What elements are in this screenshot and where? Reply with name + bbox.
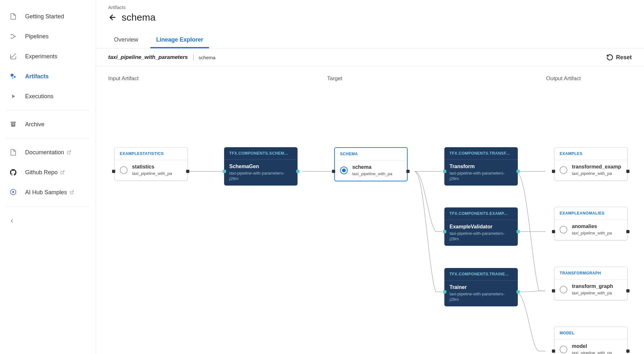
port xyxy=(296,170,299,173)
nav-documentation[interactable]: Documentation xyxy=(0,142,96,162)
node-subtitle: taxi-pipeline-with-parameters-j29rn xyxy=(450,292,513,302)
nav-executions[interactable]: Executions xyxy=(0,86,96,106)
aihub-icon xyxy=(9,188,17,196)
tab-lineage-explorer[interactable]: Lineage Explorer xyxy=(150,31,209,48)
port xyxy=(516,290,520,293)
node-title: transform_graph xyxy=(572,283,613,289)
nav-github[interactable]: Github Repo xyxy=(0,162,96,182)
radio-icon[interactable] xyxy=(560,286,567,293)
port xyxy=(626,170,630,173)
port xyxy=(552,230,555,233)
node-output-examples[interactable]: EXAMPLES transformed_examp taxi_pipeline… xyxy=(554,147,628,181)
node-subtitle: taxi_pipeline_with_pa xyxy=(572,231,612,236)
svg-point-3 xyxy=(11,74,14,77)
collapse-sidebar-button[interactable] xyxy=(0,214,96,229)
column-header-output: Output Artifact xyxy=(546,75,632,82)
github-icon xyxy=(9,168,17,177)
back-button[interactable] xyxy=(108,13,117,22)
radio-icon[interactable] xyxy=(560,226,567,234)
divider xyxy=(6,206,89,206)
nav-label: Artifacts xyxy=(25,73,49,80)
nav-label: Archive xyxy=(25,121,44,128)
node-type: EXAMPLES xyxy=(554,148,627,160)
node-title: transformed_examp xyxy=(572,164,621,170)
external-link-icon xyxy=(67,150,71,155)
node-type: TFX.COMPONENTS.SCHEM... xyxy=(224,147,298,160)
node-output-model[interactable]: MODEL model taxi_pipeline_with_pa xyxy=(554,327,628,354)
node-title: Transform xyxy=(450,164,513,169)
node-subtitle: taxi_pipeline_with_pa xyxy=(352,171,392,177)
nav-archive[interactable]: Archive xyxy=(0,114,96,134)
column-header-input: Input Artifact xyxy=(108,75,327,82)
port xyxy=(112,170,115,173)
tab-overview[interactable]: Overview xyxy=(108,31,144,48)
radio-icon[interactable] xyxy=(340,167,348,174)
node-output-transformgraph[interactable]: TRANSFORMGRAPH transform_graph taxi_pipe… xyxy=(554,267,628,300)
nav-label: Github Repo xyxy=(25,169,58,176)
svg-point-1 xyxy=(11,38,12,39)
document-icon xyxy=(9,148,17,157)
radio-icon[interactable] xyxy=(120,166,128,174)
nav-pipelines[interactable]: Pipelines xyxy=(0,26,96,46)
radio-icon[interactable] xyxy=(560,346,567,353)
node-type: TRANSFORMGRAPH xyxy=(554,267,627,280)
svg-point-4 xyxy=(14,76,16,78)
node-trainer[interactable]: TFX.COMPONENTS.TRAINE... Trainer taxi-pi… xyxy=(444,268,518,306)
page-title: schema xyxy=(122,12,156,23)
node-title: SchemaGen xyxy=(229,164,292,169)
node-type: SCHEMA xyxy=(335,148,407,160)
divider xyxy=(6,138,89,139)
node-title: model xyxy=(572,343,612,349)
nav-aihub[interactable]: AI Hub Samples xyxy=(0,182,96,202)
port xyxy=(443,290,446,293)
port xyxy=(626,289,630,292)
node-target-schema[interactable]: SCHEMA schema taxi_pipeline_with_pa xyxy=(334,147,408,181)
nav-label: Getting Started xyxy=(25,13,64,20)
nav-label: Documentation xyxy=(25,149,64,156)
external-link-icon xyxy=(60,170,65,175)
nav-label: AI Hub Samples xyxy=(25,189,67,196)
page-header: Artifacts schema xyxy=(96,0,644,26)
port xyxy=(223,170,226,173)
node-title: anomalies xyxy=(572,224,612,229)
node-title: statistics xyxy=(132,164,172,170)
play-icon xyxy=(9,92,17,100)
port xyxy=(186,170,189,173)
node-transform[interactable]: TFX.COMPONENTS.TRANSF... Transform taxi-… xyxy=(444,147,518,186)
column-header-target: Target xyxy=(327,75,546,82)
node-subtitle: taxi_pipeline_with_pa xyxy=(572,171,621,177)
reset-button[interactable]: Reset xyxy=(606,54,632,61)
document-icon xyxy=(9,12,17,21)
external-link-icon xyxy=(70,190,74,195)
node-type: TFX.COMPONENTS.TRANSF... xyxy=(444,147,518,160)
node-title: Trainer xyxy=(450,284,513,290)
node-input-statistics[interactable]: EXAMPLESTATISTICS statistics taxi_pipeli… xyxy=(114,147,188,181)
port xyxy=(516,230,520,233)
node-type: TFX.COMPONENTS.TRAINE... xyxy=(444,268,518,281)
nav-getting-started[interactable]: Getting Started xyxy=(0,6,96,26)
node-examplevalidator[interactable]: TFX.COMPONENTS.EXAMP... ExampleValidator… xyxy=(444,207,518,246)
port xyxy=(443,170,446,173)
node-type: EXAMPLESTATISTICS xyxy=(115,148,187,160)
svg-point-0 xyxy=(11,34,12,35)
node-subtitle: taxi_pipeline_with_pa xyxy=(572,291,613,296)
reset-icon xyxy=(606,54,613,61)
nav-artifacts[interactable]: Artifacts xyxy=(0,66,96,86)
reset-label: Reset xyxy=(616,54,632,61)
port xyxy=(552,289,555,292)
node-schemagen[interactable]: TFX.COMPONENTS.SCHEM... SchemaGen taxi-p… xyxy=(224,147,298,186)
node-output-anomalies[interactable]: EXAMPLEANOMALIES anomalies taxi_pipeline… xyxy=(554,207,628,240)
nav-experiments[interactable]: Experiments xyxy=(0,46,96,66)
svg-point-5 xyxy=(12,78,13,79)
port xyxy=(552,349,555,353)
main-content: Artifacts schema Overview Lineage Explor… xyxy=(96,0,644,354)
checklist-icon xyxy=(9,52,17,61)
radio-icon[interactable] xyxy=(560,166,567,174)
port xyxy=(406,170,410,173)
artifact-name: schema xyxy=(199,55,216,60)
node-type: TFX.COMPONENTS.EXAMP... xyxy=(444,207,518,220)
pipeline-name: taxi_pipeline_with_parameters xyxy=(108,54,194,61)
lineage-canvas[interactable]: Input Artifact Target Output Artifact EX… xyxy=(96,66,644,354)
node-type: MODEL xyxy=(554,327,627,340)
port xyxy=(626,349,630,353)
